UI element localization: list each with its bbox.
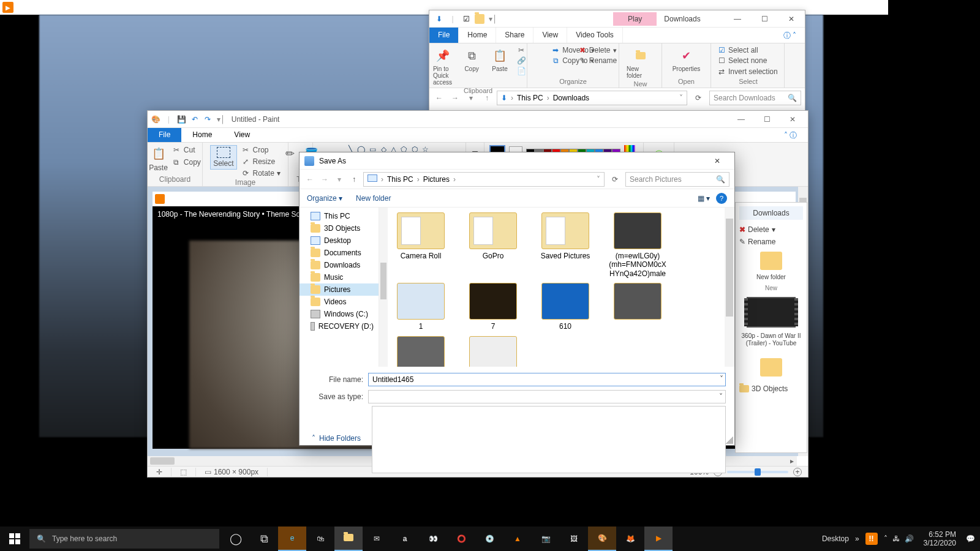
paste-button[interactable]: 📋Paste (489, 46, 511, 87)
saveas-search[interactable]: Search Pictures 🔍 (625, 172, 729, 187)
qat-overflow-icon[interactable]: ▾│ (216, 115, 227, 124)
taskbar-edge[interactable]: e (278, 527, 306, 551)
tray-desktop-label[interactable]: Desktop (822, 534, 849, 543)
taskbar-amazon[interactable]: a (391, 527, 419, 551)
task-view-button[interactable]: ⧉ (250, 527, 278, 551)
new-folder-button[interactable]: New folder (624, 46, 657, 80)
explorer-tab-file[interactable]: File (429, 28, 459, 43)
zoom-in-button[interactable]: + (793, 468, 802, 476)
paint-select-button[interactable]: Select (210, 145, 236, 170)
select-none-button[interactable]: ☐Select none (717, 56, 767, 65)
taskbar-vlc[interactable]: ▲ (503, 527, 532, 551)
nav-item[interactable]: Windows (C:) (300, 308, 379, 320)
file-item[interactable]: Camera Roll (390, 212, 451, 278)
saveas-address-bar[interactable]: › This PC › Pictures › ˅ (363, 172, 605, 187)
save-icon[interactable]: 💾 (176, 115, 187, 124)
files-scrollbar[interactable] (725, 208, 734, 367)
undo-icon[interactable]: ↶ (189, 115, 200, 124)
nav-scrollbar[interactable] (379, 208, 388, 367)
nav-item[interactable]: Pictures (300, 283, 379, 296)
hide-folders-button[interactable]: ˄Hide Folders (303, 429, 369, 448)
nav-up-button[interactable]: ↑ (481, 94, 493, 102)
start-button[interactable] (0, 527, 29, 551)
nav-back-button[interactable]: ← (433, 94, 445, 102)
qat-checkbox-icon[interactable]: ☑ (461, 14, 471, 24)
view-mode-button[interactable]: ▦ ▾ (698, 194, 710, 203)
saveas-refresh-button[interactable]: ⟳ (608, 175, 622, 184)
paint-paste-button[interactable]: 📋Paste (149, 145, 168, 172)
taskbar-circle-app[interactable]: ⭕ (447, 527, 475, 551)
ribbon-collapse-icon[interactable]: ⓘ ˄ (775, 28, 805, 43)
taskbar-store[interactable]: 🛍 (306, 527, 334, 551)
paint-qat[interactable]: 🎨 | 💾 ↶ ↷ ▾│ (150, 115, 227, 124)
explorer-contextual-tab[interactable]: Play (613, 12, 657, 26)
redo-icon[interactable]: ↷ (202, 115, 213, 124)
nav-item[interactable]: Downloads (300, 259, 379, 271)
file-item[interactable]: 610 (535, 283, 596, 331)
address-dropdown-icon[interactable]: ˅ (597, 175, 600, 184)
paint-tab-home[interactable]: Home (181, 128, 223, 142)
down-arrow-icon[interactable]: ⬇ (434, 14, 444, 24)
peek-header-downloads[interactable]: Downloads (739, 206, 803, 220)
paint-tab-file[interactable]: File (148, 128, 181, 142)
peek-delete-button[interactable]: ✖Delete ▾ (739, 223, 803, 236)
paint-cut-button[interactable]: ✂Cut (172, 145, 201, 155)
delete-button[interactable]: ✖Delete ▾ (578, 46, 617, 54)
saveas-forward-button[interactable]: → (319, 175, 330, 184)
saveas-up-button[interactable]: ↑ (349, 175, 360, 184)
taskbar-camera[interactable]: 📷 (532, 527, 560, 551)
explorer-tab-share[interactable]: Share (496, 28, 533, 43)
nav-item[interactable]: Music (300, 271, 379, 283)
crumb-this-pc[interactable]: This PC (517, 94, 543, 102)
taskbar-media-player[interactable]: ▶ (644, 527, 673, 551)
action-center-icon[interactable]: 💬 (966, 534, 975, 543)
paint-copy-button[interactable]: ⧉Copy (172, 157, 201, 167)
nav-forward-button[interactable]: → (449, 94, 461, 102)
file-item[interactable]: (m=ewILG0y)(mh=FMNOM0cXHYnQa42O)male (607, 212, 668, 278)
nav-recent-button[interactable]: ▾ (465, 94, 477, 102)
paint-maximize-button[interactable]: ☐ (754, 111, 780, 128)
clipboard-extras[interactable]: ✂ 🔗 📄 (517, 46, 526, 87)
refresh-button[interactable]: ⟳ (691, 94, 706, 102)
file-item[interactable] (462, 336, 524, 367)
taskbar-music-app[interactable]: 💿 (475, 527, 503, 551)
invert-selection-button[interactable]: ⇄Invert selection (717, 67, 778, 76)
paint-tab-view[interactable]: View (223, 128, 261, 142)
file-item[interactable] (607, 283, 668, 331)
file-item[interactable]: GoPro (462, 212, 524, 278)
saveas-close-button[interactable]: ✕ (705, 152, 729, 170)
minimize-button[interactable]: — (724, 10, 751, 28)
filename-dropdown-icon[interactable]: ˅ (720, 375, 723, 383)
type-dropdown-icon[interactable]: ˅ (719, 392, 723, 401)
saveas-recent-button[interactable]: ▾ (334, 175, 345, 184)
crumb-pictures[interactable]: Pictures (423, 175, 450, 184)
explorer-tab-view[interactable]: View (533, 28, 567, 43)
copy-button[interactable]: ⧉Copy (461, 46, 483, 87)
nav-item[interactable]: Desktop (300, 234, 379, 247)
saveastype-dropdown-open[interactable] (372, 406, 726, 473)
taskbar-search[interactable]: 🔍Type here to search (29, 529, 219, 549)
explorer-tab-videotools[interactable]: Video Tools (567, 28, 623, 43)
network-icon[interactable]: 🖧 (892, 534, 900, 543)
select-all-button[interactable]: ☑Select all (717, 46, 758, 54)
properties-button[interactable]: ✔Properties (670, 46, 703, 73)
taskbar-tripadvisor[interactable]: 👀 (419, 527, 447, 551)
peek-tree-3dobjects[interactable]: 3D Objects (739, 383, 803, 395)
explorer-tab-home[interactable]: Home (459, 28, 496, 43)
tray-overflow-icon[interactable]: » (855, 534, 859, 543)
video-thumbnail[interactable] (747, 297, 796, 328)
taskbar-clock[interactable]: 6:52 PM 3/12/2020 (920, 530, 960, 548)
nav-item[interactable]: Documents (300, 247, 379, 259)
file-item[interactable]: 7 (462, 283, 524, 331)
paint-close-button[interactable]: ✕ (780, 111, 805, 128)
address-dropdown-icon[interactable]: ˅ (679, 94, 683, 102)
volume-icon[interactable]: 🔊 (905, 534, 914, 543)
address-bar[interactable]: ⬇ › This PC › Downloads ˅ (497, 91, 687, 105)
taskbar-firefox[interactable]: 🦊 (616, 527, 644, 551)
taskbar-explorer[interactable] (334, 527, 363, 551)
saveas-back-button[interactable]: ← (304, 175, 315, 184)
paint-resize-button[interactable]: ⤢Resize (241, 157, 281, 167)
file-item[interactable] (390, 336, 451, 367)
tray-chevron-up-icon[interactable]: ˄ (884, 534, 888, 543)
resize-grip-icon[interactable] (726, 437, 733, 444)
